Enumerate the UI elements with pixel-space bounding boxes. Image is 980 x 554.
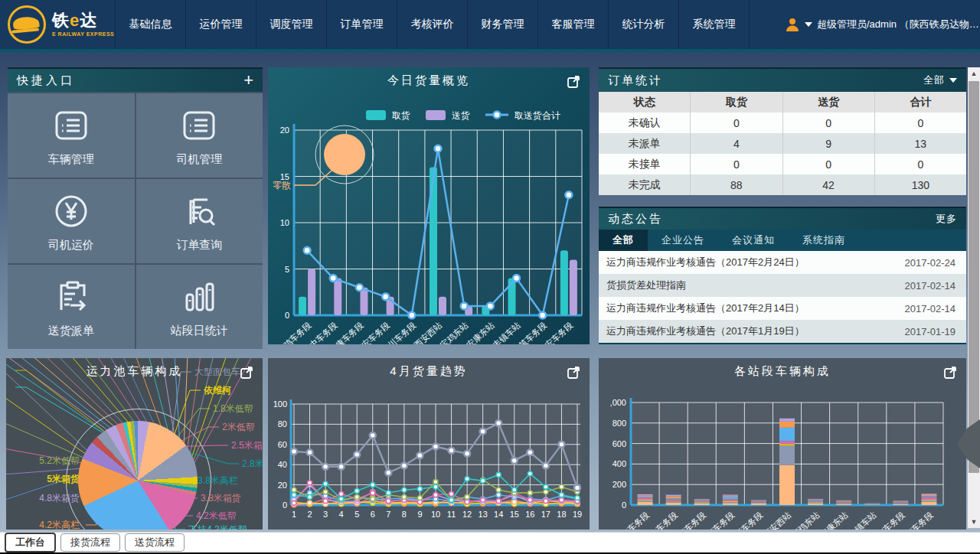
nav-item-8[interactable]: 系统管理 bbox=[678, 0, 750, 49]
notice-item[interactable]: 运力商违规作业考核通告（2017年2月14日）2017-02-14 bbox=[599, 297, 966, 320]
quick-tile-4[interactable]: 送货派单 bbox=[8, 265, 135, 349]
scrollbar-thumb[interactable] bbox=[969, 81, 979, 473]
expand-icon[interactable] bbox=[567, 73, 582, 89]
svg-text:800: 800 bbox=[612, 419, 626, 428]
bottom-taskbar: 工作台接货流程送货流程 bbox=[0, 532, 980, 552]
order-stats-title: 订单统计 bbox=[608, 73, 663, 88]
order-cell: 未确认 bbox=[599, 112, 691, 133]
nav-item-2[interactable]: 调度管理 bbox=[256, 0, 326, 49]
dispatch-icon bbox=[51, 276, 92, 318]
order-cell: 未接单 bbox=[599, 154, 691, 174]
quick-tile-1[interactable]: 司机管理 bbox=[136, 93, 263, 178]
notice-item[interactable]: 货损货差处理指南2017-02-14 bbox=[599, 274, 966, 297]
table-row: 未确认000 bbox=[599, 112, 966, 133]
bar-stats-icon bbox=[178, 276, 220, 318]
task-tab-0[interactable]: 工作台 bbox=[5, 533, 56, 552]
quick-tile-5[interactable]: 站段日统计 bbox=[136, 265, 263, 349]
pie-slice-label: 3.8米箱货 bbox=[201, 492, 241, 505]
add-shortcut-button[interactable]: + bbox=[243, 72, 253, 89]
order-cell: 未完成 bbox=[599, 174, 691, 195]
svg-text:6: 6 bbox=[371, 510, 375, 519]
scrollbar-down-button[interactable]: ▼ bbox=[968, 516, 980, 528]
top-nav-bar: 铁e达 E RAILWAY EXPRESS 基础信息运价管理调度管理订单管理考核… bbox=[0, 0, 980, 49]
pie-slice-label: 4.2米高栏 bbox=[39, 519, 80, 530]
nav-item-7[interactable]: 统计分析 bbox=[608, 0, 678, 49]
expand-icon[interactable] bbox=[240, 364, 255, 380]
pie-slice-label: 大型面包车 bbox=[194, 366, 240, 379]
quick-tile-3[interactable]: 订单查询 bbox=[136, 179, 263, 263]
svg-text:13: 13 bbox=[479, 510, 488, 519]
scrollbar-up-button[interactable]: ▲ bbox=[968, 67, 980, 80]
notice-tab-1[interactable]: 企业公告 bbox=[648, 230, 718, 251]
svg-text:4: 4 bbox=[339, 510, 344, 519]
app-subtitle: E RAILWAY EXPRESS bbox=[52, 31, 114, 37]
quick-tile-2[interactable]: 司机运价 bbox=[8, 179, 135, 263]
task-tab-2[interactable]: 送货流程 bbox=[125, 533, 185, 552]
order-cell: 0 bbox=[875, 154, 966, 174]
svg-text:10: 10 bbox=[431, 510, 440, 519]
logo-emblem-icon bbox=[8, 5, 46, 44]
user-menu[interactable]: 超级管理员/admin （陕西铁易达物… bbox=[785, 0, 979, 49]
station-fleet-chart: ,0008006004002000宝鸡车务段汉中车务段安康车务段西安车务段铜川车… bbox=[599, 376, 966, 530]
notice-tab-3[interactable]: 系统指南 bbox=[789, 230, 859, 251]
nav-item-5[interactable]: 财务管理 bbox=[467, 0, 537, 49]
nav-item-1[interactable]: 运价管理 bbox=[185, 0, 256, 49]
order-col-header: 送货 bbox=[783, 92, 875, 112]
quick-tile-label: 车辆管理 bbox=[48, 152, 94, 167]
table-row: 未完成8842130 bbox=[599, 174, 966, 195]
user-avatar-icon bbox=[785, 17, 800, 32]
svg-text:西安西站: 西安西站 bbox=[413, 321, 444, 344]
order-cell: 13 bbox=[875, 133, 966, 154]
svg-text:100: 100 bbox=[273, 399, 287, 409]
svg-text:10: 10 bbox=[280, 218, 289, 227]
pie-slice-label: 2.8米低帮 bbox=[242, 458, 263, 471]
quick-tile-label: 订单查询 bbox=[176, 238, 222, 253]
svg-text:取送货合计: 取送货合计 bbox=[514, 110, 560, 121]
task-tab-1[interactable]: 接货流程 bbox=[60, 533, 120, 552]
svg-text:1: 1 bbox=[292, 510, 296, 519]
order-col-header: 取货 bbox=[691, 92, 782, 112]
quick-tile-label: 司机运价 bbox=[48, 238, 94, 253]
notice-item-text: 运力商违规作业考核通告（2017年1月19日） bbox=[606, 324, 805, 338]
table-row: 未派单4913 bbox=[599, 133, 966, 154]
notice-item[interactable]: 运力商违规作业考核通告（2017年2月24日）2017-02-24 bbox=[599, 251, 966, 274]
svg-text:20: 20 bbox=[278, 481, 287, 490]
quick-tile-0[interactable]: 车辆管理 bbox=[8, 93, 135, 178]
table-row: 未接单000 bbox=[599, 154, 966, 174]
main-nav: 基础信息运价管理调度管理订单管理考核评价财务管理客服管理统计分析系统管理 bbox=[115, 0, 750, 49]
svg-text:600: 600 bbox=[612, 439, 626, 448]
notice-tab-2[interactable]: 会议通知 bbox=[718, 230, 789, 251]
pie-slice-label: 依维柯 bbox=[204, 384, 231, 397]
svg-text:宝鸡车务段: 宝鸡车务段 bbox=[613, 510, 651, 530]
notice-item-text: 运力商违规作业考核通告（2017年2月14日） bbox=[606, 301, 805, 315]
today-chart: 05101520宝鸡车务段汉中车务段安康车务段西安车务段铜川车务段西安西站宝鸡东… bbox=[268, 87, 590, 347]
svg-text:60: 60 bbox=[278, 440, 287, 449]
order-stats-panel: 订单统计 全部 状态取货送货合计未确认000未派单4913未接单000未完成88… bbox=[599, 67, 966, 195]
nav-item-6[interactable]: 客服管理 bbox=[537, 0, 608, 49]
notice-more-link[interactable]: 更多 bbox=[936, 212, 957, 226]
notice-list: 运力商违规作业考核通告（2017年2月24日）2017-02-24货损货差处理指… bbox=[599, 251, 966, 343]
nav-item-3[interactable]: 订单管理 bbox=[326, 0, 397, 49]
svg-text:安康东站: 安康东站 bbox=[818, 510, 850, 530]
svg-text:9: 9 bbox=[417, 510, 422, 519]
notice-tab-0[interactable]: 全部 bbox=[599, 230, 648, 251]
notice-item[interactable]: 运力商违规作业考核通告（2017年1月19日）2017-01-19 bbox=[599, 320, 966, 343]
notice-item-date: 2017-02-14 bbox=[905, 280, 956, 292]
order-cell: 9 bbox=[783, 133, 875, 154]
april-trend-panel: 4月货量趋势 123456789101112131415161718190204… bbox=[268, 358, 590, 530]
svg-text:15: 15 bbox=[510, 510, 519, 519]
quick-tile-label: 送货派单 bbox=[48, 324, 94, 338]
svg-text:5: 5 bbox=[285, 265, 289, 274]
notice-tabs: 全部企业公告会议通知系统指南 bbox=[599, 230, 966, 251]
order-stats-table: 状态取货送货合计未确认000未派单4913未接单000未完成8842130 bbox=[599, 92, 966, 195]
quick-entry-header: 快捷入口 + bbox=[8, 67, 263, 92]
nav-item-4[interactable]: 考核评价 bbox=[397, 0, 467, 49]
order-filter-dropdown[interactable]: 全部 bbox=[923, 73, 957, 87]
svg-text:400: 400 bbox=[612, 459, 626, 468]
svg-text:200: 200 bbox=[612, 480, 626, 489]
svg-text:2: 2 bbox=[307, 510, 312, 519]
today-volume-panel: 今日货量概览 05101520宝鸡车务段汉中车务段安康车务段西安车务段铜川车务段… bbox=[268, 67, 590, 344]
nav-item-0[interactable]: 基础信息 bbox=[115, 0, 185, 49]
order-cell: 88 bbox=[691, 174, 782, 195]
list-icon bbox=[51, 105, 92, 146]
